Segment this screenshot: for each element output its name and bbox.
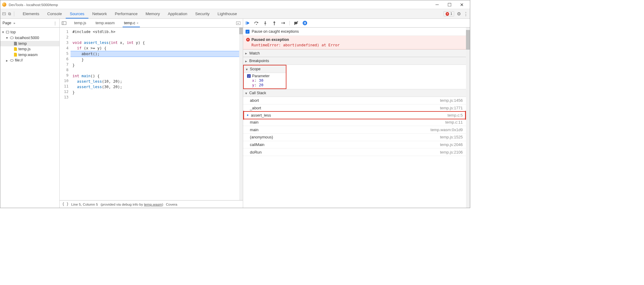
step-out-icon[interactable]: [272, 21, 277, 25]
frame-location: temp.js:1771: [440, 106, 463, 110]
file-tab[interactable]: temp.wasm: [94, 19, 116, 27]
close-tab-icon[interactable]: ×: [137, 21, 138, 25]
pause-on-caught-row[interactable]: ✓ Pause on caught exceptions: [243, 28, 466, 36]
watch-section[interactable]: Watch: [243, 49, 466, 57]
function-badge-icon: f: [247, 74, 251, 78]
callstack-frame[interactable]: aborttemp.js:1456: [243, 97, 466, 104]
current-frame-icon: [246, 150, 248, 154]
tab-performance[interactable]: Performance: [111, 9, 141, 18]
deactivate-breakpoints-icon[interactable]: [294, 21, 299, 25]
tree-file-scheme[interactable]: file://: [0, 58, 59, 63]
window-maximize[interactable]: ☐: [443, 1, 456, 8]
editor-tabs: temp.jstemp.wasmtemp.c× ▸: [60, 19, 243, 28]
callstack-frame[interactable]: maintemp.wasm:0x1d9: [243, 126, 466, 134]
settings-gear-icon[interactable]: ⚙: [457, 11, 461, 16]
tab-memory[interactable]: Memory: [142, 9, 164, 18]
device-mode-icon[interactable]: ⧉: [8, 12, 11, 16]
svg-rect-16: [305, 22, 306, 24]
svg-rect-15: [304, 22, 305, 24]
callstack-frame[interactable]: callMaintemp.js:2046: [243, 141, 466, 149]
current-frame-icon: ➧: [246, 113, 249, 117]
line-gutter: 12345678910111213: [60, 28, 71, 200]
svg-point-10: [281, 23, 282, 24]
code-body[interactable]: #include <stdlib.h> void assert_less(int…: [71, 28, 243, 200]
script-icon: [14, 47, 17, 51]
navigator-menu-icon[interactable]: ⋮: [53, 21, 57, 25]
callstack-frame[interactable]: (anonymous)temp.js:1525: [243, 134, 466, 141]
resume-icon[interactable]: [245, 21, 250, 25]
code-editor[interactable]: 12345678910111213 #include <stdlib.h> vo…: [60, 28, 243, 200]
error-count-badge[interactable]: ✕ 1: [444, 11, 454, 16]
tree-host[interactable]: localhost:5000: [0, 35, 59, 41]
tab-sources[interactable]: Sources: [66, 9, 88, 18]
pause-on-exceptions-icon[interactable]: [302, 21, 307, 25]
scope-variable[interactable]: y: 20: [246, 83, 283, 87]
scope-section[interactable]: Scope: [244, 65, 286, 73]
current-frame-icon: [246, 143, 248, 147]
tree-top-frame[interactable]: top: [0, 29, 59, 35]
tree-file[interactable]: temp: [0, 41, 59, 46]
toggle-navigator-icon[interactable]: [62, 22, 66, 25]
navigator-more-tabs[interactable]: »: [14, 22, 15, 25]
inspect-element-icon[interactable]: ⮹: [2, 12, 6, 16]
tab-console[interactable]: Console: [43, 9, 66, 18]
navigator-panel: Page » ⋮ top localhost:5000 temptemp.jst…: [0, 19, 60, 208]
pretty-print-icon[interactable]: { }: [62, 202, 68, 206]
breakpoints-section[interactable]: Breakpoints: [243, 57, 466, 65]
error-count: 1: [451, 12, 452, 15]
frame-location: temp.c:5: [447, 113, 463, 118]
debugger-scrollbar[interactable]: [466, 28, 470, 207]
svg-point-6: [265, 25, 266, 25]
svg-rect-11: [282, 23, 284, 23]
navigator-mode[interactable]: Page: [2, 21, 11, 25]
pause-on-caught-checkbox[interactable]: ✓: [246, 30, 249, 33]
callstack-frame[interactable]: ➧assert_lesstemp.c:5: [243, 111, 466, 120]
current-frame-icon: [246, 120, 248, 124]
scrollbar-thumb[interactable]: [466, 30, 470, 50]
tab-elements[interactable]: Elements: [19, 9, 43, 18]
tab-security[interactable]: Security: [191, 9, 214, 18]
step-over-icon[interactable]: [254, 21, 259, 25]
run-snippet-icon[interactable]: ▸: [236, 22, 241, 25]
tab-lighthouse[interactable]: Lighthouse: [213, 9, 241, 18]
svg-rect-8: [274, 22, 275, 25]
callstack-frame[interactable]: doRuntemp.js:2106: [243, 148, 466, 156]
editor-panel: temp.jstemp.wasmtemp.c× ▸ 12345678910111…: [60, 19, 243, 208]
debug-info-link[interactable]: temp.wasm: [144, 202, 162, 206]
cloud-icon: [10, 37, 14, 39]
exception-info: ✕Paused on exception RuntimeError: abort…: [243, 36, 466, 49]
exception-error-icon: ✕: [246, 38, 250, 41]
current-frame-icon: [246, 135, 248, 139]
svg-marker-7: [273, 21, 276, 23]
window-title: DevTools - localhost:5000/temp: [9, 3, 58, 7]
file-tab[interactable]: temp.js: [73, 19, 88, 27]
more-menu-icon[interactable]: ⋮: [464, 11, 468, 16]
coverage-truncated: Covera: [166, 202, 177, 206]
file-tab[interactable]: temp.c×: [123, 19, 140, 27]
window-close[interactable]: ✕: [456, 1, 468, 8]
step-into-icon[interactable]: [263, 21, 268, 25]
file-tree: top localhost:5000 temptemp.jstemp.wasm …: [0, 28, 59, 65]
editor-scrollbar[interactable]: [239, 28, 243, 200]
current-frame-icon: [246, 106, 248, 110]
debug-info-source: (provided via debug info by temp.wasm): [101, 202, 163, 206]
frame-location: temp.wasm:0x1d9: [431, 128, 463, 132]
debugger-toolbar: [243, 19, 470, 28]
devtools-app-icon: [2, 2, 7, 7]
window-minimize[interactable]: ─: [431, 1, 443, 8]
tab-network[interactable]: Network: [88, 9, 111, 18]
scope-variable[interactable]: x: 30: [246, 78, 283, 83]
main-area: Page » ⋮ top localhost:5000 temptemp.jst…: [0, 19, 470, 208]
svg-marker-1: [247, 22, 249, 25]
scope-highlight-box: Scope f Parameter x: 30y: 20: [243, 65, 286, 89]
step-icon[interactable]: [281, 21, 286, 25]
scope-category-row[interactable]: f Parameter: [246, 74, 283, 78]
svg-rect-4: [265, 21, 266, 23]
svg-point-9: [274, 25, 275, 25]
scrollbar-thumb[interactable]: [239, 28, 243, 34]
tree-file[interactable]: temp.js: [0, 46, 59, 52]
tab-application[interactable]: Application: [164, 9, 191, 18]
callstack-section[interactable]: Call Stack: [243, 89, 466, 97]
callstack-frame[interactable]: maintemp.c:11: [243, 118, 466, 126]
tree-file[interactable]: temp.wasm: [0, 52, 59, 57]
